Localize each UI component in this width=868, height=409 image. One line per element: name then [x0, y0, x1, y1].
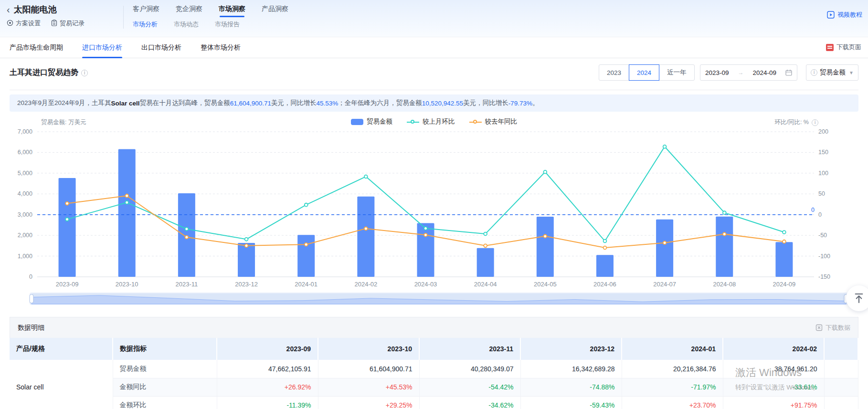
- bar-2024-08: [716, 217, 733, 277]
- data-detail-table: 产品/规格数据指标2023-092023-102023-112023-12202…: [10, 338, 858, 409]
- year-button-近一年[interactable]: 近一年: [659, 64, 695, 81]
- download-file-icon: [815, 324, 823, 331]
- top-tab-竞企洞察[interactable]: 竞企洞察: [176, 5, 202, 17]
- bar-2024-02: [357, 197, 374, 277]
- top-tab-产品洞察[interactable]: 产品洞察: [262, 5, 288, 17]
- download-page-button[interactable]: 下载页面: [826, 43, 861, 52]
- info-icon[interactable]: i: [81, 70, 88, 76]
- header-divider: [123, 6, 124, 29]
- value-cell-2024-02: +91.75%: [723, 396, 824, 409]
- market-analysis-nav: 产品市场生命周期进口市场分析出口市场分析整体市场分析 下载页面: [0, 37, 868, 58]
- divider: [10, 90, 858, 90]
- slider-handle-left: [30, 294, 33, 303]
- bar-2024-09: [775, 242, 793, 277]
- svg-text:2024-05: 2024-05: [534, 281, 557, 288]
- quick-link-label: 贸易记录: [60, 19, 85, 28]
- summary-segment: 10,520,942.55: [422, 100, 463, 107]
- svg-text:2024-06: 2024-06: [593, 281, 616, 288]
- back-to-top-button[interactable]: [846, 285, 868, 311]
- trend-combo-chart[interactable]: 01,0002,0003,0004,0005,0006,0007,000-150…: [0, 110, 868, 289]
- summary-segment: 美元，同比增长: [463, 99, 508, 107]
- svg-text:4,000: 4,000: [18, 190, 32, 197]
- datazoom-slider[interactable]: [0, 290, 868, 308]
- svg-text:2024-04: 2024-04: [474, 281, 497, 288]
- svg-text:2023-11: 2023-11: [176, 281, 198, 288]
- summary-segment: -79.73%: [508, 100, 532, 107]
- nav-item-进口市场分析[interactable]: 进口市场分析: [82, 37, 122, 58]
- table-row-贸易金额: Solar cell贸易金额47,662,105.9161,604,900.71…: [10, 360, 858, 378]
- col-header-2024-02: 2024-02: [723, 338, 824, 360]
- svg-text:6,000: 6,000: [18, 149, 32, 156]
- metric-cell: 贸易金额: [113, 360, 217, 378]
- col-header-metric: 数据指标: [113, 338, 217, 360]
- svg-text:1,000: 1,000: [18, 253, 32, 260]
- metric-cell: 金额环比: [113, 396, 217, 409]
- quick-link-label: 方案设置: [16, 19, 41, 28]
- svg-text:2024-07: 2024-07: [653, 281, 676, 288]
- value-cell-extra: [824, 360, 858, 378]
- year-range-segmented-control: 20232024近一年: [599, 64, 695, 81]
- quick-link-贸易记录[interactable]: 贸易记录: [51, 19, 85, 28]
- summary-segment: 美元，同比增长: [271, 99, 317, 107]
- summary-segment: ；全年低峰为六月，贸易金额: [338, 99, 422, 107]
- date-end: 2024-09: [752, 69, 776, 76]
- svg-text:50: 50: [818, 190, 825, 197]
- chart-title-text: 土耳其进口贸易趋势: [10, 68, 78, 78]
- summary-segment: 。: [532, 99, 539, 107]
- bar-2023-12: [238, 243, 255, 277]
- svg-text:2024-03: 2024-03: [414, 281, 437, 288]
- svg-text:200: 200: [818, 128, 828, 135]
- metric-dropdown[interactable]: i 贸易金额 ▼: [806, 64, 858, 81]
- svg-text:-100: -100: [818, 253, 830, 260]
- video-tutorial-link[interactable]: 视频教程: [827, 10, 862, 19]
- bar-2023-09: [59, 178, 76, 277]
- play-video-icon: [827, 11, 835, 19]
- value-cell-2023-10: +45.53%: [318, 378, 419, 396]
- summary-segment: 2023年9月至2024年9月，土耳其: [17, 99, 111, 107]
- value-cell-2023-11: -54.42%: [419, 378, 520, 396]
- top-tab-客户洞察[interactable]: 客户洞察: [133, 5, 159, 17]
- target-icon: [7, 20, 13, 28]
- data-detail-title: 数据明细: [18, 324, 44, 332]
- page-title: 太阳能电池: [14, 4, 57, 15]
- top-tab-市场洞察[interactable]: 市场洞察: [219, 5, 245, 17]
- calendar-icon: [785, 69, 792, 76]
- bar-2024-07: [656, 220, 673, 277]
- col-header-2023-10: 2023-10: [318, 338, 419, 360]
- sub-tab-市场报告[interactable]: 市场报告: [215, 20, 240, 29]
- video-tutorial-label: 视频教程: [837, 10, 862, 19]
- download-data-button[interactable]: 下载数据: [815, 324, 850, 332]
- value-cell-2023-10: 61,604,900.71: [318, 360, 419, 378]
- date-start: 2023-09: [705, 69, 729, 76]
- date-range-picker[interactable]: 2023-09 → 2024-09: [700, 64, 797, 81]
- top-tabs: 客户洞察竞企洞察市场洞察产品洞察: [133, 5, 288, 17]
- svg-text:7,000: 7,000: [18, 128, 32, 135]
- summary-segment: Solar cell: [111, 100, 140, 107]
- svg-text:0: 0: [811, 207, 815, 213]
- table-header-row: 产品/规格数据指标2023-092023-102023-112023-12202…: [10, 338, 858, 360]
- bar-2024-01: [297, 235, 315, 277]
- product-cell: Solar cell: [10, 360, 113, 409]
- value-cell-2024-01: -71.97%: [622, 378, 723, 396]
- trend-summary-banner: 2023年9月至2024年9月，土耳其Solar cell贸易在十月达到高峰，贸…: [10, 94, 858, 112]
- sub-tab-市场分析[interactable]: 市场分析: [133, 20, 158, 29]
- sub-tabs: 市场分析市场动态市场报告: [133, 20, 240, 29]
- svg-text:2023-12: 2023-12: [235, 281, 258, 288]
- value-cell-extra: [824, 396, 858, 409]
- year-button-2024[interactable]: 2024: [629, 64, 659, 81]
- range-arrow-icon: →: [738, 69, 744, 76]
- year-button-2023[interactable]: 2023: [599, 64, 629, 81]
- sub-tab-市场动态[interactable]: 市场动态: [174, 20, 199, 29]
- nav-item-出口市场分析[interactable]: 出口市场分析: [141, 37, 181, 58]
- metric-dropdown-value: 贸易金额: [820, 68, 846, 77]
- nav-item-产品市场生命周期[interactable]: 产品市场生命周期: [10, 37, 63, 58]
- nav-item-整体市场分析[interactable]: 整体市场分析: [201, 37, 241, 58]
- download-page-label: 下载页面: [836, 43, 861, 52]
- back-icon[interactable]: ‹: [7, 5, 10, 14]
- bar-2024-03: [417, 223, 434, 277]
- value-cell-2023-12: 16,342,689.28: [520, 360, 622, 378]
- quick-link-方案设置[interactable]: 方案设置: [7, 19, 41, 28]
- svg-text:0: 0: [818, 211, 822, 218]
- chart-section-title: 土耳其进口贸易趋势 i: [10, 68, 88, 78]
- value-cell-2024-02: 38,764,961.20: [723, 360, 824, 378]
